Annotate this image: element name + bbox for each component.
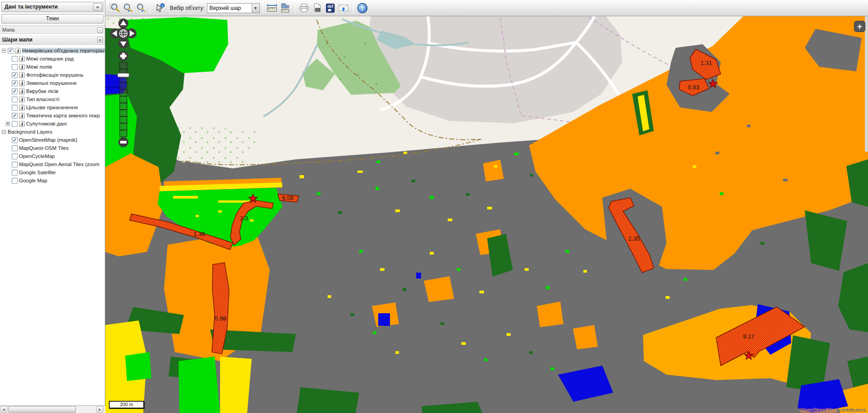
measure-area-icon: [279, 3, 291, 14]
sidebar-title-text: Дані та інструменти: [5, 4, 58, 10]
toolbar-separator: [295, 3, 295, 13]
zoom-previous-button[interactable]: [121, 1, 134, 14]
map-canvas[interactable]: 1.31 0.83 6.08 2.3 1.36 2.35 5.98 9.17: [105, 16, 868, 413]
layer-info-icon[interactable]: i: [19, 88, 25, 94]
expand-node-icon[interactable]: +: [6, 122, 10, 126]
layer-row[interactable]: Google Map: [0, 176, 105, 185]
scroll-right-icon[interactable]: ►: [96, 406, 103, 413]
accordion-layers-toggle-icon[interactable]: ▲: [97, 37, 103, 42]
toolbar-separator: [150, 3, 150, 13]
layer-checkbox[interactable]: ✓: [12, 137, 18, 143]
layer-row[interactable]: iЦільове призначення: [0, 103, 105, 111]
map-viewport[interactable]: 1.31 0.83 6.08 2.3 1.36 2.35 5.98 9.17: [105, 16, 868, 413]
attribution-link[interactable]: OpenStreetMap: [801, 407, 837, 413]
measure-area-button[interactable]: [279, 1, 292, 14]
accordion-map[interactable]: Мапа −: [0, 25, 105, 34]
layer-checkbox[interactable]: [12, 178, 18, 184]
layer-info-icon[interactable]: i: [15, 48, 21, 54]
layer-row[interactable]: ✓OpenStreetMap (mapnik): [0, 136, 105, 144]
accordion-map-label: Мапа: [2, 27, 14, 32]
layer-row[interactable]: ✓iЗемельні порушення: [0, 79, 105, 87]
measure-length-icon: [266, 3, 278, 14]
layer-checkbox[interactable]: ✓: [8, 48, 14, 54]
layer-row[interactable]: +iСупутникові дані: [0, 120, 105, 128]
sidebar-title: Дані та інструменти «: [1, 2, 103, 12]
layer-row[interactable]: MapQuest-OSM Tiles: [0, 144, 105, 152]
layer-switcher-maximize-button[interactable]: +: [854, 21, 865, 32]
attribution-suffix: contributors: [837, 407, 866, 413]
layer-checkbox[interactable]: [12, 105, 18, 111]
layer-info-icon[interactable]: i: [19, 97, 25, 102]
layer-checkbox[interactable]: [12, 170, 18, 176]
layer-info-icon[interactable]: i: [19, 56, 25, 62]
accordion-layers[interactable]: Шари мапи ▲: [0, 35, 105, 45]
send-button[interactable]: [337, 1, 350, 14]
layer-row[interactable]: iМежі селищних рад: [0, 55, 105, 63]
toolbar-separator: [263, 3, 263, 13]
layer-row[interactable]: ✓iТематична карта земного покр: [0, 111, 105, 120]
layer-info-icon[interactable]: i: [19, 121, 25, 127]
print-button[interactable]: [298, 1, 311, 14]
scrollbar-thumb[interactable]: [8, 406, 76, 413]
layer-checkbox[interactable]: ✓: [12, 113, 18, 119]
toolbar: i Вибір об'єкту: Верхній шар ▼: [105, 0, 868, 16]
layer-checkbox[interactable]: [12, 162, 18, 167]
help-button[interactable]: ?: [356, 1, 369, 14]
layer-checkbox[interactable]: [12, 97, 18, 102]
select-object-label: Вибір об'єкту:: [170, 5, 205, 11]
export-image-button[interactable]: [311, 1, 324, 14]
layer-row[interactable]: iТип власності: [0, 95, 105, 103]
layer-row[interactable]: ✓iФотофіксація порушень: [0, 71, 105, 79]
zoom-next-button[interactable]: [134, 1, 147, 14]
collapse-node-icon[interactable]: −: [2, 130, 6, 134]
layer-label: MapQuest Open Aerial Tiles (zoom: [19, 162, 99, 167]
layer-checkbox[interactable]: ✓: [12, 72, 18, 78]
layer-checkbox[interactable]: ✓: [12, 80, 18, 86]
layer-info-icon[interactable]: i: [19, 105, 25, 111]
collapse-node-icon[interactable]: −: [2, 49, 6, 53]
accordion-map-toggle-icon[interactable]: −: [97, 27, 103, 33]
layer-row[interactable]: −✓iНемирівська об'єднана територіал: [0, 46, 105, 55]
layer-row[interactable]: ✓iВирубки лісів: [0, 87, 105, 95]
layer-label: Супутникові дані: [26, 121, 67, 126]
layer-select[interactable]: Верхній шар ▼: [207, 3, 260, 13]
layer-checkbox[interactable]: [12, 121, 18, 127]
layer-label: Немирівська об'єднана територіал: [22, 48, 105, 53]
sidebar-collapse-button[interactable]: «: [93, 3, 102, 11]
layer-checkbox[interactable]: ✓: [12, 88, 18, 94]
identify-button[interactable]: i: [153, 1, 166, 14]
layer-info-icon[interactable]: i: [19, 80, 25, 86]
layer-row[interactable]: OpenCycleMap: [0, 152, 105, 160]
layer-row[interactable]: MapQuest Open Aerial Tiles (zoom: [0, 160, 105, 168]
layer-label: Google Map: [19, 178, 47, 183]
layer-info-icon[interactable]: i: [19, 113, 25, 119]
layer-label: Google Satellite: [19, 170, 56, 175]
layer-row[interactable]: iМежі полів: [0, 63, 105, 71]
layer-row[interactable]: Google Satellite: [0, 168, 105, 176]
layer-label: Цільове призначення: [26, 105, 78, 110]
layer-label: Вирубки лісів: [26, 88, 58, 94]
chevron-down-icon[interactable]: ▼: [252, 4, 259, 13]
violation-label: 2.35: [628, 235, 639, 242]
layer-checkbox[interactable]: [12, 153, 18, 159]
svg-text:dxf: dxf: [328, 4, 333, 9]
layer-info-icon[interactable]: i: [19, 64, 25, 70]
map-navigation-control: [110, 17, 138, 149]
layer-checkbox[interactable]: [12, 56, 18, 62]
themes-button[interactable]: Теми: [1, 14, 103, 23]
layer-label: Background Layers: [8, 129, 52, 135]
layer-checkbox[interactable]: [12, 64, 18, 70]
zoom-box-icon: [109, 3, 120, 14]
layer-info-icon[interactable]: i: [19, 72, 25, 78]
layer-label: Фотофіксація порушень: [26, 72, 84, 78]
measure-length-button[interactable]: [266, 1, 279, 14]
toolbar-separator: [353, 3, 353, 13]
sidebar-horizontal-scrollbar[interactable]: ◄ ►: [0, 405, 105, 413]
export-dxf-button[interactable]: dxf: [324, 1, 337, 14]
zoom-slider-handle[interactable]: [117, 73, 129, 77]
map-attribution: © OpenStreetMap contributors: [795, 407, 866, 413]
zoom-box-button[interactable]: [108, 1, 121, 14]
layer-checkbox[interactable]: [12, 145, 18, 151]
scroll-left-icon[interactable]: ◄: [0, 406, 7, 413]
layer-row[interactable]: −Background Layers: [0, 128, 105, 136]
